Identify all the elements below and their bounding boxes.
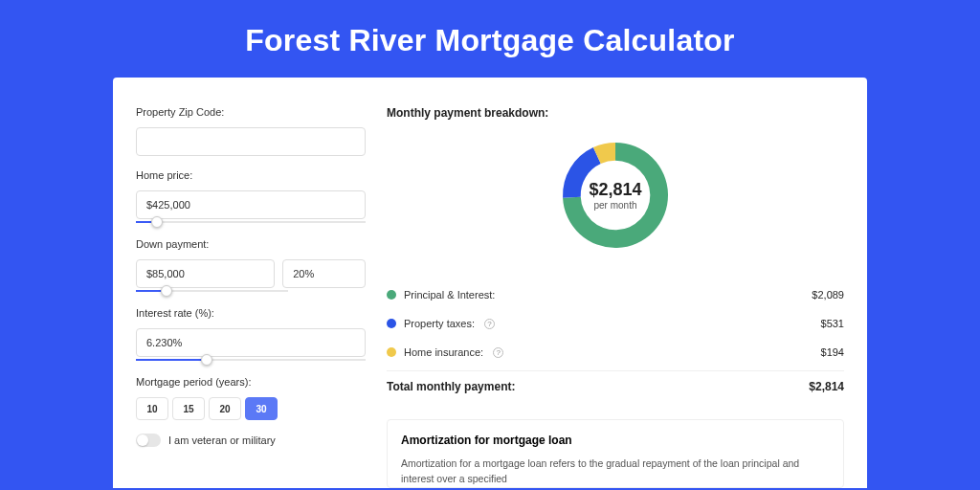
- down-payment-slider[interactable]: [136, 286, 288, 294]
- inputs-column: Property Zip Code: Home price: Down paym…: [136, 106, 366, 488]
- legend-dot-yellow: [387, 347, 396, 357]
- breakdown-heading: Monthly payment breakdown:: [387, 106, 844, 120]
- legend-row-1: Property taxes:?$531: [387, 309, 844, 338]
- home-price-label: Home price:: [136, 169, 366, 181]
- legend-value: $194: [821, 346, 844, 358]
- down-payment-field-group: Down payment:: [136, 238, 366, 294]
- home-price-slider-thumb[interactable]: [151, 216, 163, 228]
- interest-label: Interest rate (%):: [136, 307, 366, 319]
- info-icon[interactable]: ?: [484, 319, 495, 329]
- info-icon[interactable]: ?: [493, 347, 503, 358]
- legend-row-0: Principal & Interest:$2,089: [387, 280, 844, 309]
- zip-label: Property Zip Code:: [136, 106, 366, 118]
- period-button-30[interactable]: 30: [245, 397, 278, 420]
- interest-slider-thumb[interactable]: [201, 354, 212, 366]
- period-button-10[interactable]: 10: [136, 397, 168, 420]
- breakdown-column: Monthly payment breakdown: $2,814 per mo…: [387, 106, 844, 488]
- legend-value: $531: [821, 318, 844, 329]
- legend: Principal & Interest:$2,089Property taxe…: [387, 280, 844, 367]
- amortization-title: Amortization for mortgage loan: [401, 434, 830, 447]
- interest-field-group: Interest rate (%):: [136, 307, 366, 363]
- interest-slider[interactable]: [136, 355, 366, 363]
- interest-slider-fill: [136, 359, 207, 361]
- legend-label: Property taxes:: [404, 318, 475, 329]
- interest-input[interactable]: [136, 328, 366, 357]
- total-value: $2,814: [809, 380, 844, 393]
- amortization-card: Amortization for mortgage loan Amortizat…: [387, 419, 844, 488]
- down-payment-slider-thumb[interactable]: [161, 285, 172, 297]
- amortization-text: Amortization for a mortgage loan refers …: [401, 457, 830, 487]
- veteran-toggle-label: I am veteran or military: [168, 434, 276, 446]
- calculator-card: Property Zip Code: Home price: Down paym…: [113, 78, 867, 488]
- down-payment-percent-input[interactable]: [282, 259, 366, 288]
- period-button-20[interactable]: 20: [209, 397, 241, 420]
- page-title: Forest River Mortgage Calculator: [0, 0, 980, 78]
- down-payment-label: Down payment:: [136, 238, 366, 250]
- zip-input[interactable]: [136, 127, 366, 156]
- legend-dot-green: [387, 290, 396, 300]
- home-price-field-group: Home price:: [136, 169, 366, 225]
- donut-chart: $2,814 per month: [387, 133, 844, 257]
- period-button-row: 10152030: [136, 397, 366, 420]
- legend-label: Home insurance:: [404, 346, 483, 358]
- donut-center: $2,814 per month: [589, 180, 641, 211]
- legend-dot-blue: [387, 319, 396, 328]
- home-price-slider[interactable]: [136, 217, 366, 225]
- total-label: Total monthly payment:: [387, 380, 515, 393]
- period-button-15[interactable]: 15: [172, 397, 205, 420]
- legend-row-2: Home insurance:?$194: [387, 338, 844, 367]
- donut-sub: per month: [589, 200, 641, 211]
- total-row: Total monthly payment: $2,814: [387, 370, 844, 402]
- veteran-toggle-row: I am veteran or military: [136, 434, 366, 447]
- period-label: Mortgage period (years):: [136, 376, 366, 388]
- veteran-toggle[interactable]: [136, 434, 161, 447]
- zip-field-group: Property Zip Code:: [136, 106, 366, 156]
- home-price-input[interactable]: [136, 190, 366, 219]
- period-field-group: Mortgage period (years): 10152030: [136, 376, 366, 420]
- donut-amount: $2,814: [589, 180, 641, 200]
- down-payment-input[interactable]: [136, 259, 275, 288]
- legend-value: $2,089: [812, 289, 844, 301]
- legend-label: Principal & Interest:: [404, 289, 495, 301]
